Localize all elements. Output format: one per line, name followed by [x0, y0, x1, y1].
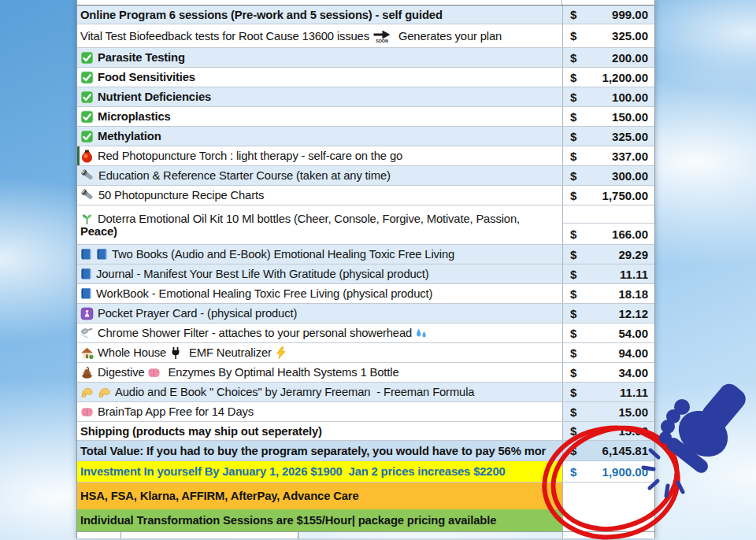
- label-text: Doterra Emotional Oil Kit 10 Ml bottles …: [98, 213, 520, 225]
- row-label: Online Program 6 sessions (Pre-work and …: [80, 9, 562, 21]
- row-label: BrainTap App Free for 14 Days: [80, 405, 562, 418]
- empty-price-subcell[interactable]: [563, 205, 654, 224]
- currency-symbol: $: [570, 29, 576, 43]
- cell-choices-ebook-desc[interactable]: Audio and E Book " Choices" by Jeramry F…: [77, 383, 562, 401]
- cell-doterra-oil-kit-desc[interactable]: Doterra Emotional Oil Kit 10 Ml bottles …: [77, 205, 562, 244]
- currency-symbol: $: [570, 307, 576, 320]
- cell-emf-neutralizer-price[interactable]: $94.00: [562, 343, 654, 362]
- row-label: Shipping (products may ship out seperate…: [80, 425, 562, 438]
- cell-investment-desc[interactable]: Investment In yourself By January 1, 202…: [77, 461, 562, 482]
- cell-parasite-testing-price[interactable]: $200.00: [562, 48, 654, 67]
- row-parasite-testing: Parasite Testing$200.00: [77, 48, 654, 68]
- cell-shipping-desc[interactable]: Shipping (products may ship out seperate…: [77, 422, 562, 440]
- cell-methylation-price[interactable]: $325.00: [562, 127, 654, 146]
- cell-red-torch-desc[interactable]: Red Photopuncture Torch : light therapy …: [77, 146, 562, 165]
- label-text: Audio and E Book " Choices" by Jeramry F…: [115, 386, 474, 398]
- price-value: 1,900.00: [602, 465, 648, 479]
- cell-nutrient-deficiencies-desc[interactable]: Nutrient Deficiencies: [77, 87, 562, 106]
- cell-online-program-price[interactable]: $999.00: [562, 6, 654, 24]
- cell-parasite-testing-desc[interactable]: Parasite Testing: [77, 48, 562, 67]
- partial-bottom-cell-1[interactable]: [77, 532, 121, 538]
- row-education-course: Education & Reference Starter Course (ta…: [77, 166, 654, 186]
- cell-nutrient-deficiencies-price[interactable]: $100.00: [562, 87, 654, 106]
- cell-workbook-desc[interactable]: WorkBook - Emotional Healing Toxic Free …: [77, 284, 562, 303]
- currency-symbol: $: [570, 110, 576, 124]
- price-inner: [563, 483, 654, 509]
- cell-education-course-price[interactable]: $300.00: [562, 166, 654, 185]
- row-workbook: WorkBook - Emotional Healing Toxic Free …: [77, 284, 654, 304]
- cell-prayer-card-desc[interactable]: Pocket Prayer Card - (physical product): [77, 304, 562, 323]
- price-value: 325.00: [612, 29, 648, 43]
- cell-vital-test-price[interactable]: $325.00: [562, 24, 654, 47]
- hand-cursor-icon: [659, 379, 750, 475]
- cell-food-sensitivities-desc[interactable]: Food Sensitivities: [77, 68, 562, 87]
- cell-food-sensitivities-price[interactable]: $1,200.00: [562, 68, 654, 87]
- cell-recipe-charts-desc[interactable]: 50 Photopuncture Recipe Charts: [77, 186, 562, 205]
- cell-digestive-enzymes-price[interactable]: $34.00: [562, 363, 654, 382]
- cell-two-books-price[interactable]: $29.29: [562, 245, 654, 264]
- price-value: 34.00: [618, 366, 648, 379]
- cell-microplastics-desc[interactable]: Microplastics: [77, 107, 562, 126]
- currency-symbol: $: [570, 71, 576, 84]
- row-label: Red Photopuncture Torch : light therapy …: [80, 150, 562, 163]
- cell-emf-neutralizer-desc[interactable]: Whole House EMF Neutralizer: [77, 343, 562, 362]
- cell-online-program-desc[interactable]: Online Program 6 sessions (Pre-work and …: [77, 6, 562, 24]
- label-text: Total Value: If you had to buy the progr…: [80, 445, 546, 457]
- partial-top-price-cell[interactable]: [562, 0, 654, 5]
- cell-doterra-oil-kit-price[interactable]: $166.00: [562, 205, 654, 244]
- currency-symbol: $: [570, 346, 576, 360]
- partial-top-desc-cell[interactable]: [77, 0, 562, 5]
- cell-microplastics-price[interactable]: $150.00: [562, 107, 654, 126]
- cell-vital-test-desc[interactable]: Vital Test Biofeedback tests for Root Ca…: [77, 24, 562, 47]
- row-recipe-charts: 50 Photopuncture Recipe Charts$1,750.00: [77, 186, 654, 205]
- check-icon: [80, 91, 94, 104]
- poop-icon: [80, 366, 94, 379]
- cell-methylation-desc[interactable]: Methylation: [77, 127, 562, 146]
- cell-total-value-price[interactable]: $6,145.81: [562, 441, 654, 460]
- desktop-background: { "colors":{ "band_blue":"#dcebf7", "ban…: [0, 0, 756, 540]
- partial-bottom-cell-2[interactable]: [121, 532, 298, 538]
- lightning-icon: [275, 346, 287, 360]
- cell-hsa-payment-desc[interactable]: HSA, FSA, Klarna, AFFIRM, AfterPay, Adva…: [77, 483, 562, 509]
- cell-shower-filter-price[interactable]: $54.00: [562, 324, 654, 342]
- cell-shower-filter-desc[interactable]: Chrome Shower Filter - attaches to your …: [77, 324, 562, 342]
- cell-braintap-desc[interactable]: BrainTap App Free for 14 Days: [77, 402, 562, 421]
- partial-row-top: [77, 0, 654, 5]
- cell-prayer-card-price[interactable]: $12.12: [562, 304, 654, 323]
- cell-shipping-price[interactable]: $15.00: [562, 422, 654, 440]
- row-investment: Investment In yourself By January 1, 202…: [77, 461, 654, 483]
- price-value: 94.00: [618, 346, 648, 360]
- cell-journal-price[interactable]: $11.11: [562, 264, 654, 283]
- price-inner: $15.00: [563, 402, 654, 421]
- cell-digestive-enzymes-desc[interactable]: Digestive Enzymes By Optimal Health Syst…: [77, 363, 562, 382]
- cell-individual-sessions-price[interactable]: [562, 509, 654, 531]
- cell-choices-ebook-price[interactable]: $11.11: [562, 383, 654, 401]
- row-nutrient-deficiencies: Nutrient Deficiencies$100.00: [77, 87, 654, 107]
- row-online-program: Online Program 6 sessions (Pre-work and …: [77, 5, 654, 24]
- cell-investment-price[interactable]: $1,900.00: [562, 461, 654, 482]
- row-shower-filter: Chrome Shower Filter - attaches to your …: [77, 324, 654, 343]
- price-value: 300.00: [612, 169, 648, 183]
- cell-workbook-price[interactable]: $18.18: [562, 284, 654, 303]
- partial-bottom-price-cell[interactable]: [562, 532, 654, 538]
- price-value: 1,200.00: [602, 71, 648, 84]
- price-value: 6,145.81: [602, 444, 648, 457]
- cell-hsa-payment-price[interactable]: [562, 483, 654, 509]
- price-inner: $34.00: [563, 363, 654, 382]
- cell-journal-desc[interactable]: Journal - Manifest Your Best Life With G…: [77, 264, 562, 283]
- row-prayer-card: Pocket Prayer Card - (physical product)$…: [77, 304, 654, 324]
- svg-text:SOON: SOON: [376, 39, 388, 43]
- cell-red-torch-price[interactable]: $337.00: [562, 146, 654, 165]
- label-text: Generates your plan: [395, 30, 502, 43]
- cell-individual-sessions-desc[interactable]: Individual Transformation Sessions are $…: [77, 509, 562, 531]
- row-individual-sessions: Individual Transformation Sessions are $…: [77, 509, 654, 532]
- cell-recipe-charts-price[interactable]: $1,750.00: [562, 186, 654, 205]
- currency-symbol: $: [570, 91, 576, 104]
- price-inner: $325.00: [563, 127, 654, 146]
- book-icon: [96, 248, 108, 261]
- cell-braintap-price[interactable]: $15.00: [562, 402, 654, 421]
- cell-education-course-desc[interactable]: Education & Reference Starter Course (ta…: [77, 166, 562, 185]
- row-label: Methylation: [80, 130, 562, 143]
- cell-two-books-desc[interactable]: Two Books (Audio and E-Book) Emotional H…: [77, 245, 562, 264]
- cell-total-value-desc[interactable]: Total Value: If you had to buy the progr…: [77, 441, 562, 460]
